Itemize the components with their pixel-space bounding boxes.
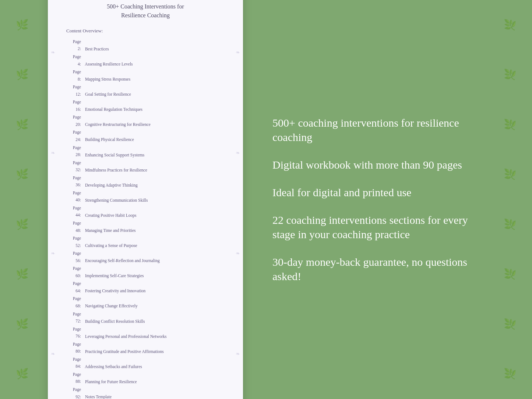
toc-item: Page 16: Emotional Regulation Techniques (66, 99, 225, 113)
toc-page-number: Page 32: (70, 159, 81, 174)
toc-title: Navigating Change Effectively (84, 304, 138, 308)
doc-right-decoration: ❧ ❧ ❧ ❧ (233, 2, 243, 399)
doc-left-decoration: ❧ ❧ ❧ ❧ (48, 2, 58, 399)
toc-page-number: Page 92: (70, 386, 81, 399)
toc-item: Page 44: Creating Positive Habit Loops (66, 205, 225, 219)
toc-title: Implementing Self-Care Strategies (84, 273, 144, 278)
feature-item: Digital workbook with more than 90 pages (272, 158, 484, 172)
toc-item: Page 92: Notes Template (66, 386, 225, 399)
toc-page-number: Page 48: (70, 220, 81, 234)
toc-item: Page 56: Encouraging Self-Reflection and… (66, 250, 225, 264)
toc-page-number: Page 52: (70, 235, 81, 249)
toc-item: Page 20: Cognitive Restructuring for Res… (66, 114, 225, 128)
toc-title: Practicing Gratitude and Positive Affirm… (84, 349, 164, 353)
document-title: 500+ Coaching Interventions for Resilien… (66, 2, 225, 20)
toc-item: Page 8: Mapping Stress Responses (66, 68, 225, 83)
toc-title: Managing Time and Priorities (84, 228, 136, 233)
content-overview-label: Content Overview: (66, 28, 225, 34)
toc-item: Page 4: Assessing Resilience Levels (66, 53, 225, 68)
toc-page-number: Page 64: (70, 280, 81, 294)
toc-page-number: Page 80: (70, 341, 81, 355)
toc-page-number: Page 88: (70, 371, 81, 385)
toc-page-number: Page 28: (70, 144, 81, 159)
toc-page-number: Page 8: (70, 68, 81, 83)
toc-item: Page 32: Mindfulness Practices for Resil… (66, 159, 225, 174)
toc-item: Page 60: Implementing Self-Care Strategi… (66, 265, 225, 279)
toc-title: Leveraging Personal and Professional Net… (84, 334, 167, 338)
features-panel: 500+ coaching interventions for resilien… (265, 116, 484, 283)
toc-item: Page 72: Building Conflict Resolution Sk… (66, 311, 225, 325)
toc-page-number: Page 12: (70, 84, 81, 98)
toc-item: Page 84: Addressing Setbacks and Failure… (66, 356, 225, 370)
toc-title: Addressing Setbacks and Failures (84, 364, 142, 368)
main-layout: ❀ ✿ ❀ ✿ ❀ ✿ ❀ ❧ ❧ ❧ ❧ ❧ ❧ ❧ ❧ 500+ Coach… (0, 0, 532, 399)
toc-item: Page 40: Strengthening Communication Ski… (66, 190, 225, 204)
toc-item: Page 24: Building Physical Resilience (66, 129, 225, 143)
toc-page-number: Page 16: (70, 99, 81, 113)
toc-title: Goal Setting for Resilience (84, 92, 131, 96)
feature-item: 500+ coaching interventions for resilien… (272, 116, 484, 144)
toc-title: Fostering Creativity and Innovation (84, 289, 145, 293)
feature-item: 30-day money-back guarantee, no question… (272, 255, 484, 283)
toc-item: Page 80: Practicing Gratitude and Positi… (66, 341, 225, 355)
feature-item: 22 coaching interventions sections for e… (272, 213, 484, 241)
toc-page-number: Page 40: (70, 190, 81, 204)
toc-item: Page 28: Enhancing Social Support System… (66, 144, 225, 159)
toc-title: Best Practices (84, 46, 109, 51)
toc-title: Strengthening Communication Skills (84, 198, 148, 202)
toc-title: Mapping Stress Responses (84, 77, 130, 81)
toc-title: Creating Positive Habit Loops (84, 213, 136, 217)
toc-item: Page 12: Goal Setting for Resilience (66, 84, 225, 98)
toc-title: Mindfulness Practices for Resilience (84, 167, 147, 172)
toc-page-number: Page 24: (70, 129, 81, 143)
toc-page-number: Page 84: (70, 356, 81, 370)
toc-page-number: Page 76: (70, 326, 81, 340)
toc-title: Encouraging Self-Reflection and Journali… (84, 258, 160, 263)
toc-title: Enhancing Social Support Systems (84, 152, 144, 157)
toc-title: Planning for Future Resilience (84, 379, 137, 384)
toc-title: Cultivating a Sense of Purpose (84, 243, 137, 248)
toc-item: Page 48: Managing Time and Priorities (66, 220, 225, 234)
toc-page-number: Page 4: (70, 53, 81, 68)
toc-title: Building Physical Resilience (84, 137, 134, 142)
toc-item: Page 2: Best Practices (66, 38, 225, 53)
toc-page-number: Page 44: (70, 205, 81, 219)
toc-item: Page 76: Leveraging Personal and Profess… (66, 326, 225, 340)
toc-title: Building Conflict Resolution Skills (84, 319, 145, 323)
toc-item: Page 52: Cultivating a Sense of Purpose (66, 235, 225, 249)
toc-title: Emotional Regulation Techniques (84, 107, 142, 112)
toc-page-number: Page 20: (70, 114, 81, 128)
document-preview: ❀ ✿ ❀ ✿ ❀ ✿ ❀ ❧ ❧ ❧ ❧ ❧ ❧ ❧ ❧ 500+ Coach… (48, 0, 243, 399)
toc-title: Developing Adaptive Thinking (84, 183, 138, 187)
table-of-contents: Page 2: Best PracticesPage 4: Assessing … (66, 38, 225, 399)
toc-page-number: Page 56: (70, 250, 81, 264)
toc-title: Notes Template (84, 395, 112, 399)
toc-title: Cognitive Restructuring for Resilience (84, 122, 151, 127)
toc-page-number: Page 60: (70, 265, 81, 279)
toc-page-number: Page 68: (70, 295, 81, 310)
toc-item: Page 88: Planning for Future Resilience (66, 371, 225, 385)
toc-page-number: Page 2: (70, 38, 81, 53)
toc-page-number: Page 72: (70, 311, 81, 325)
toc-item: Page 68: Navigating Change Effectively (66, 295, 225, 310)
document-body: 500+ Coaching Interventions for Resilien… (48, 0, 243, 399)
feature-item: Ideal for digital and printed use (272, 185, 484, 200)
toc-page-number: Page 36: (70, 174, 81, 189)
toc-title: Assessing Resilience Levels (84, 62, 133, 66)
toc-item: Page 64: Fostering Creativity and Innova… (66, 280, 225, 294)
toc-item: Page 36: Developing Adaptive Thinking (66, 174, 225, 189)
